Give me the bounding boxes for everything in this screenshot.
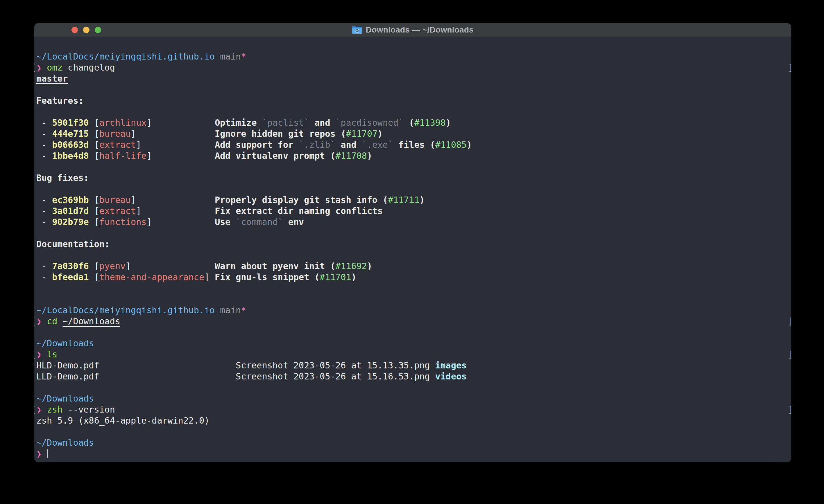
text-segment: ~/Downloads <box>36 338 94 348</box>
prompt-symbol: ❯ <box>36 404 47 414</box>
active-prompt-line: ❯ <box>34 448 791 459</box>
text-segment: omz <box>47 62 63 73</box>
blank-line <box>34 106 791 117</box>
text-segment: [ <box>89 129 99 139</box>
text-segment: 5901f30 <box>52 118 89 128</box>
terminal-content[interactable]: ~/LocalDocs/meiyingqishi.github.io main*… <box>34 37 791 459</box>
blank-line <box>34 250 791 261</box>
text-segment: #11707 <box>346 129 378 139</box>
prompt-path-line: ~/LocalDocs/meiyingqishi.github.io main* <box>34 305 791 316</box>
downloads-folder-icon <box>352 25 362 34</box>
prompt-symbol: ❯ <box>36 449 47 459</box>
prompt-symbol: ❯ <box>36 349 47 359</box>
text-segment: zsh <box>47 404 63 414</box>
text-segment <box>430 371 435 381</box>
command-line: []❯ cd ~/Downloads <box>34 316 791 327</box>
text-segment: 444e715 <box>52 129 89 139</box>
titlebar[interactable]: Downloads — ~/Downloads <box>34 23 791 37</box>
command-line: []❯ zsh --version <box>34 404 791 415</box>
text-segment: ~/LocalDocs/meiyingqishi.github.io <box>36 51 215 61</box>
text-segment: #11701 <box>320 272 351 282</box>
text-segment: and <box>335 140 362 150</box>
section-header-line: Documentation: <box>34 239 791 250</box>
text-segment: ] <box>131 129 215 139</box>
text-segment: Optimize <box>215 118 262 128</box>
text-segment: bureau <box>99 195 131 205</box>
text-segment: `pacdisowned` <box>335 118 404 128</box>
text-segment: zsh 5.9 (x86_64-apple-darwin22.0) <box>36 415 209 425</box>
command-mark-left: [ <box>34 404 36 415</box>
text-segment <box>99 371 236 381</box>
text-segment <box>430 360 435 370</box>
text-segment: Screenshot 2023-05-26 at 15.13.35.png <box>236 360 430 370</box>
text-segment: [ <box>89 272 99 282</box>
text-segment: - <box>36 195 52 205</box>
text-segment: changelog <box>63 62 115 73</box>
command-mark-right: ] <box>788 316 791 327</box>
terminal-window: Downloads — ~/Downloads ~/LocalDocs/meiy… <box>34 23 791 462</box>
text-segment: archlinux <box>99 118 147 128</box>
changelog-entry-line: - 1bbe4d8 [half-life] Add virtualenv pro… <box>34 150 791 161</box>
text-segment: [ <box>89 151 99 161</box>
minimize-button[interactable] <box>83 27 90 33</box>
command-mark-left: [ <box>34 349 36 360</box>
text-segment: 1bbe4d8 <box>52 151 89 161</box>
text-segment: ] <box>204 272 215 282</box>
text-segment: #11708 <box>335 151 367 161</box>
changelog-entry-line: - 5901f30 [archlinux] Optimize `paclist`… <box>34 117 791 128</box>
text-segment: ] <box>146 217 215 227</box>
text-segment: bfeeda1 <box>52 272 89 282</box>
text-segment: - <box>36 272 52 282</box>
text-segment: b06663d <box>52 140 89 150</box>
text-segment: ] <box>136 140 215 150</box>
text-segment: ~/Downloads <box>36 393 94 403</box>
command-mark-left: [ <box>34 62 36 73</box>
text-segment: Fix extract dir naming conflicts <box>215 206 383 216</box>
close-button[interactable] <box>72 27 78 33</box>
command-mark-right: ] <box>788 349 791 360</box>
text-segment: ) <box>367 151 372 161</box>
text-segment: - <box>36 217 52 227</box>
text-segment: ls <box>47 349 57 359</box>
text-segment: * <box>241 305 246 315</box>
text-segment: Add virtualenv prompt ( <box>215 151 335 161</box>
blank-line <box>34 183 791 195</box>
text-segment: extract <box>99 206 136 216</box>
text-segment: #11085 <box>435 140 467 150</box>
blank-line <box>34 283 791 294</box>
text-segment: half-life <box>99 151 147 161</box>
blank-line <box>34 294 791 305</box>
text-segment: ) <box>378 129 383 139</box>
text-segment: ~/Downloads <box>63 316 120 326</box>
text-segment: [ <box>89 118 99 128</box>
text-segment: ) <box>367 261 372 271</box>
text-segment: Add support for <box>215 140 299 150</box>
text-segment: extract <box>99 140 136 150</box>
ls-output-line: LLD-Demo.pdf Screenshot 2023-05-26 at 15… <box>34 371 791 382</box>
text-segment <box>99 360 236 370</box>
text-segment: ) <box>351 272 356 282</box>
text-segment: ] <box>125 261 215 271</box>
zoom-button[interactable] <box>95 27 101 33</box>
text-segment: Screenshot 2023-05-26 at 15.16.53.png <box>236 371 430 381</box>
text-segment: and <box>309 118 335 128</box>
text-segment: Ignore hidden git repos ( <box>215 129 346 139</box>
text-segment: - <box>36 129 52 139</box>
command-line: []❯ omz changelog <box>34 62 791 73</box>
changelog-entry-line: - 444e715 [bureau] Ignore hidden git rep… <box>34 128 791 139</box>
changelog-entry-line: - 7a030f6 [pyenv] Warn about pyenv init … <box>34 261 791 272</box>
section-header-line: Features: <box>34 95 791 106</box>
text-segment: ] <box>131 195 215 205</box>
changelog-entry-line: - b06663d [extract] Add support for `.zl… <box>34 139 791 150</box>
blank-line <box>34 161 791 172</box>
command-mark-right: ] <box>788 404 791 415</box>
text-segment: - <box>36 261 52 271</box>
text-segment: ec369bb <box>52 195 89 205</box>
text-segment: * <box>241 51 246 61</box>
text-segment: ~/LocalDocs/meiyingqishi.github.io <box>36 305 215 315</box>
blank-line <box>34 228 791 239</box>
window-controls <box>72 23 101 36</box>
text-segment: [ <box>89 195 99 205</box>
text-segment: --version <box>63 404 115 414</box>
prompt-path-line: ~/Downloads <box>34 437 791 448</box>
